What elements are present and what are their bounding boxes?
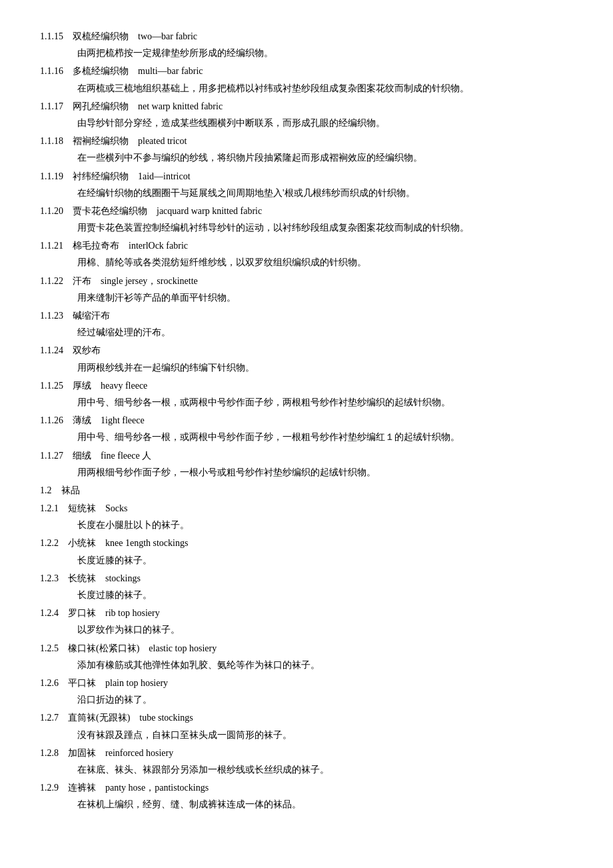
term-line: 1.1.22 汗布 single jersey，srockinette xyxy=(40,273,573,289)
term-line: 1.2.3 长统袜 stockings xyxy=(40,570,573,587)
term-line: 1.2.8 加固袜 reinforced hosiery xyxy=(40,745,573,761)
entry-1-1-16: 1.1.16 多梳经编织物 multi—bar fabric在两梳或三梳地组织基… xyxy=(40,63,573,96)
definition-line: 沿口折边的袜了。 xyxy=(40,691,573,708)
entry-1-1-19: 1.1.19 衬纬经编织物 1aid—intricot在经编针织物的线圈圈干与延… xyxy=(40,168,573,201)
definition-line: 用贾卡花色装置控制经编机衬纬导纱针的运动，以衬纬纱段组成复杂图案花纹而制成的针织… xyxy=(40,219,573,236)
term-line: 1.1.25 厚绒 heavy fleece xyxy=(40,377,573,394)
term-line: 1.1.24 双纱布 xyxy=(40,342,573,359)
definition-line: 在袜机上编织，经剪、缝、制成裤袜连成一体的袜品。 xyxy=(40,796,573,813)
entry-1-2-1: 1.2.1 短统袜 Socks长度在小腿肚以卜的袜子。 xyxy=(40,500,573,533)
entries-container: 1.1.15 双梳经编织物 two—bar fabric由两把梳栉按一定规律垫纱… xyxy=(40,28,573,813)
definition-line: 由两把梳栉按一定规律垫纱所形成的经编织物。 xyxy=(40,45,573,61)
section-header: 1.2 袜品 xyxy=(40,482,573,499)
definition-line: 没有袜跟及踵点，自袜口至袜头成一圆筒形的袜子。 xyxy=(40,727,573,743)
entry-1-1-21: 1.1.21 棉毛拉奇布 interlOck fabric用棉、腈纶等或各类混纺… xyxy=(40,237,573,271)
entry-1-2-9: 1.2.9 连裤袜 panty hose，pantistockings在袜机上编… xyxy=(40,779,573,813)
term-line: 1.1.26 薄绒 1ight fleece xyxy=(40,412,573,429)
term-line: 1.1.20 贾卡花色经编织物 jacquard warp knitted fa… xyxy=(40,203,573,219)
definition-line: 用来缝制汗衫等产品的单面平针织物。 xyxy=(40,289,573,306)
term-line: 1.2.9 连裤袜 panty hose，pantistockings xyxy=(40,779,573,796)
entry-1-1-15: 1.1.15 双梳经编织物 two—bar fabric由两把梳栉按一定规律垫纱… xyxy=(40,28,573,61)
term-line: 1.1.17 网孔经编织物 net warp knitted fabric xyxy=(40,98,573,115)
entry-1-1-20: 1.1.20 贾卡花色经编织物 jacquard warp knitted fa… xyxy=(40,203,573,236)
term-line: 1.1.15 双梳经编织物 two—bar fabric xyxy=(40,28,573,45)
definition-line: 在袜底、袜头、袜跟部分另添加一根纱线或长丝织成的袜子。 xyxy=(40,761,573,778)
term-line: 1.2.5 橡口袜(松紧口袜) elastic top hosiery xyxy=(40,640,573,657)
definition-line: 用棉、腈纶等或各类混纺短纤维纱线，以双罗纹组织编织成的针织物。 xyxy=(40,254,573,271)
definition-line: 用两根细号纱作面子纱，一根小号或粗号纱作衬垫纱编织的起绒针织物。 xyxy=(40,464,573,481)
entry-1-1-27: 1.1.27 细绒 fine fleece 人用两根细号纱作面子纱，一根小号或粗… xyxy=(40,447,573,481)
entry-1-1-18: 1.1.18 褶裥经编织物 pleated tricot在一些横列中不参与编织的… xyxy=(40,133,573,166)
entry-1-1-22: 1.1.22 汗布 single jersey，srockinette用来缝制汗… xyxy=(40,273,573,306)
entry-1-2-8: 1.2.8 加固袜 reinforced hosiery在袜底、袜头、袜跟部分另… xyxy=(40,745,573,778)
definition-line: 在一些横列中不参与编织的纱线，将织物片段抽紧隆起而形成褶裥效应的经编织物。 xyxy=(40,149,573,166)
entry-1-1-23: 1.1.23 碱缩汗布经过碱缩处理的汗布。 xyxy=(40,307,573,341)
definition-line: 用中号、细号纱各一根，或两根中号纱作面子纱，一根粗号纱作衬垫纱编红１的起绒针织物… xyxy=(40,429,573,445)
entry-1-2-2: 1.2.2 小统袜 knee 1ength stockings长度近膝的袜子。 xyxy=(40,535,573,568)
definition-line: 经过碱缩处理的汗布。 xyxy=(40,324,573,341)
term-line: 1.1.21 棉毛拉奇布 interlOck fabric xyxy=(40,237,573,254)
term-line: 1.1.16 多梳经编织物 multi—bar fabric xyxy=(40,63,573,79)
entry-1-2-4: 1.2.4 罗口袜 rib top hosiery以罗纹作为袜口的袜子。 xyxy=(40,605,573,638)
term-line: 1.2.4 罗口袜 rib top hosiery xyxy=(40,605,573,621)
definition-line: 在两梳或三梳地组织基础上，用多把梳栉以衬纬或衬垫纱段组成复杂图案花纹而制成的针织… xyxy=(40,80,573,97)
entry-1-1-25: 1.1.25 厚绒 heavy fleece用中号、细号纱各一根，或两根中号纱作… xyxy=(40,377,573,411)
entry-1-1-24: 1.1.24 双纱布用两根纱线并在一起编织的纬编下针织物。 xyxy=(40,342,573,375)
definition-line: 用两根纱线并在一起编织的纬编下针织物。 xyxy=(40,359,573,376)
entry-1-2-3: 1.2.3 长统袜 stockings长度过膝的袜子。 xyxy=(40,570,573,603)
entry-1-1-17: 1.1.17 网孔经编织物 net warp knitted fabric由导纱… xyxy=(40,98,573,131)
definition-line: 以罗纹作为袜口的袜子。 xyxy=(40,621,573,638)
term-line: 1.1.18 褶裥经编织物 pleated tricot xyxy=(40,133,573,149)
term-line: 1.2.7 直筒袜(无跟袜) tube stockings xyxy=(40,709,573,726)
term-line: 1.2.6 平口袜 plain top hosiery xyxy=(40,675,573,691)
term-line: 1.1.27 细绒 fine fleece 人 xyxy=(40,447,573,464)
definition-line: 用中号、细号纱各一根，或两根中号纱作面子纱，两根粗号纱作衬垫纱编织的起绒针织物。 xyxy=(40,394,573,411)
entry-1-2: 1.2 袜品 xyxy=(40,482,573,499)
entry-1-1-26: 1.1.26 薄绒 1ight fleece用中号、细号纱各一根，或两根中号纱作… xyxy=(40,412,573,445)
definition-line: 添加有橡筋或其他弹性体如乳胶、氨纶等作为袜口的袜子。 xyxy=(40,657,573,673)
definition-line: 在经编针织物的线圈圈干与延展线之间周期地垫入'根或几根纬纱而织成的针织物。 xyxy=(40,185,573,201)
page-content: 1.1.15 双梳经编织物 two—bar fabric由两把梳栉按一定规律垫纱… xyxy=(40,28,573,813)
definition-line: 长度过膝的袜子。 xyxy=(40,587,573,603)
term-line: 1.2.1 短统袜 Socks xyxy=(40,500,573,517)
term-line: 1.1.19 衬纬经编织物 1aid—intricot xyxy=(40,168,573,185)
term-line: 1.2.2 小统袜 knee 1ength stockings xyxy=(40,535,573,551)
entry-1-2-6: 1.2.6 平口袜 plain top hosiery沿口折边的袜了。 xyxy=(40,675,573,708)
definition-line: 长度在小腿肚以卜的袜子。 xyxy=(40,517,573,533)
entry-1-2-7: 1.2.7 直筒袜(无跟袜) tube stockings没有袜跟及踵点，自袜口… xyxy=(40,709,573,743)
definition-line: 由导纱针部分穿经，造成某些线圈横列中断联系，而形成孔眼的经编织物。 xyxy=(40,115,573,131)
entry-1-2-5: 1.2.5 橡口袜(松紧口袜) elastic top hosiery添加有橡筋… xyxy=(40,640,573,673)
term-line: 1.1.23 碱缩汗布 xyxy=(40,307,573,324)
definition-line: 长度近膝的袜子。 xyxy=(40,552,573,569)
